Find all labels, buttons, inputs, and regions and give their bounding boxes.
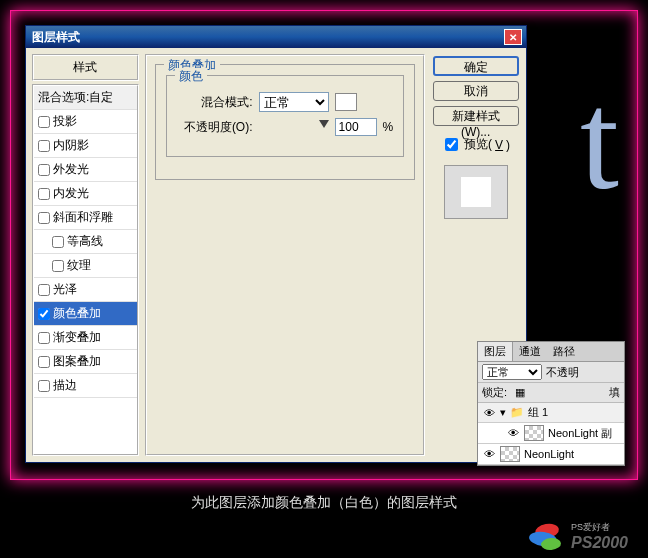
layer-blend-mode-select[interactable]: 正常 <box>482 364 542 380</box>
layer-name[interactable]: NeonLight 副 <box>548 426 620 441</box>
style-item-11[interactable]: 描边 <box>34 374 137 398</box>
opacity-slider[interactable] <box>259 120 329 134</box>
style-label: 图案叠加 <box>53 353 101 370</box>
style-item-8[interactable]: 颜色叠加 <box>34 302 137 326</box>
group-title: 颜色 <box>175 68 207 85</box>
cancel-button[interactable]: 取消 <box>433 81 519 101</box>
logo-small-text: PS爱好者 <box>571 521 628 534</box>
style-checkbox[interactable] <box>38 116 50 128</box>
style-item-6[interactable]: 纹理 <box>34 254 137 278</box>
style-item-4[interactable]: 斜面和浮雕 <box>34 206 137 230</box>
style-label: 等高线 <box>67 233 103 250</box>
style-item-1[interactable]: 内阴影 <box>34 134 137 158</box>
style-checkbox[interactable] <box>38 212 50 224</box>
slider-thumb-icon[interactable] <box>319 120 329 128</box>
tutorial-caption: 为此图层添加颜色叠加（白色）的图层样式 <box>0 494 648 512</box>
dialog-title: 图层样式 <box>32 29 504 46</box>
opacity-unit: % <box>383 120 394 134</box>
layer-item-0[interactable]: 👁▾📁组 1 <box>478 403 624 423</box>
style-checkbox[interactable] <box>52 260 64 272</box>
layer-thumbnail[interactable] <box>524 425 544 441</box>
folder-icon: 📁 <box>510 406 524 419</box>
style-label: 光泽 <box>53 281 77 298</box>
layer-item-1[interactable]: 👁NeonLight 副 <box>478 423 624 444</box>
layer-thumbnail[interactable] <box>500 446 520 462</box>
style-checkbox[interactable] <box>52 236 64 248</box>
style-label: 投影 <box>53 113 77 130</box>
styles-list: 混合选项:自定 投影内阴影外发光内发光斜面和浮雕等高线纹理光泽颜色叠加渐变叠加图… <box>32 84 139 456</box>
logo-text: PS2000 <box>571 534 628 552</box>
style-settings-panel: 颜色叠加 颜色 混合模式: 正常 不透明度(O): <box>145 54 426 456</box>
style-item-10[interactable]: 图案叠加 <box>34 350 137 374</box>
tutorial-frame: t 图层样式 ✕ 样式 混合选项:自定 投影内阴影外发光内发光斜面和浮雕等高线纹… <box>10 10 638 480</box>
opacity-input[interactable] <box>335 118 377 136</box>
styles-header[interactable]: 样式 <box>32 54 139 81</box>
layer-name[interactable]: NeonLight <box>524 448 620 460</box>
layers-panel: 图层 通道 路径 正常 不透明 锁定: ▦ 填 👁▾📁组 1👁NeonLight… <box>477 341 625 466</box>
lock-transparency-icon[interactable]: ▦ <box>515 386 525 399</box>
blend-mode-label: 混合模式: <box>177 94 253 111</box>
blend-mode-select[interactable]: 正常 <box>259 92 329 112</box>
layer-name[interactable]: 组 1 <box>528 405 620 420</box>
style-label: 描边 <box>53 377 77 394</box>
style-item-7[interactable]: 光泽 <box>34 278 137 302</box>
style-checkbox[interactable] <box>38 140 50 152</box>
layer-opacity-label: 不透明 <box>546 365 579 380</box>
style-label: 内发光 <box>53 185 89 202</box>
layer-style-dialog: 图层样式 ✕ 样式 混合选项:自定 投影内阴影外发光内发光斜面和浮雕等高线纹理光… <box>25 25 527 463</box>
canvas-preview-text: t <box>580 71 619 211</box>
lock-label: 锁定: <box>482 385 507 400</box>
close-icon[interactable]: ✕ <box>504 29 522 45</box>
style-label: 纹理 <box>67 257 91 274</box>
style-checkbox[interactable] <box>38 284 50 296</box>
style-checkbox[interactable] <box>38 164 50 176</box>
layers-list: 👁▾📁组 1👁NeonLight 副👁NeonLight <box>478 403 624 465</box>
swirl-icon <box>527 524 567 550</box>
style-checkbox[interactable] <box>38 356 50 368</box>
layer-item-2[interactable]: 👁NeonLight <box>478 444 624 465</box>
style-label: 颜色叠加 <box>53 305 101 322</box>
preview-checkbox-label[interactable]: 预览(V) <box>441 135 510 154</box>
visibility-icon[interactable]: 👁 <box>482 448 496 460</box>
style-item-2[interactable]: 外发光 <box>34 158 137 182</box>
folder-toggle-icon[interactable]: ▾ <box>500 406 506 419</box>
tab-paths[interactable]: 路径 <box>547 342 581 361</box>
tab-layers[interactable]: 图层 <box>478 342 513 361</box>
style-checkbox[interactable] <box>38 380 50 392</box>
ok-button[interactable]: 确定 <box>433 56 519 76</box>
new-style-button[interactable]: 新建样式(W)... <box>433 106 519 126</box>
style-label: 外发光 <box>53 161 89 178</box>
fill-label: 填 <box>609 385 620 400</box>
visibility-icon[interactable]: 👁 <box>482 407 496 419</box>
style-label: 斜面和浮雕 <box>53 209 113 226</box>
style-label: 渐变叠加 <box>53 329 101 346</box>
blending-options-item[interactable]: 混合选项:自定 <box>34 86 137 110</box>
visibility-icon[interactable]: 👁 <box>506 427 520 439</box>
style-checkbox[interactable] <box>38 308 50 320</box>
style-item-5[interactable]: 等高线 <box>34 230 137 254</box>
style-item-0[interactable]: 投影 <box>34 110 137 134</box>
preview-checkbox[interactable] <box>445 138 458 151</box>
preview-swatch <box>444 165 508 219</box>
style-item-9[interactable]: 渐变叠加 <box>34 326 137 350</box>
style-label: 内阴影 <box>53 137 89 154</box>
watermark-logo: PS爱好者 PS2000 <box>527 521 628 552</box>
style-checkbox[interactable] <box>38 332 50 344</box>
style-item-3[interactable]: 内发光 <box>34 182 137 206</box>
style-checkbox[interactable] <box>38 188 50 200</box>
tab-channels[interactable]: 通道 <box>513 342 547 361</box>
dialog-titlebar[interactable]: 图层样式 ✕ <box>26 26 526 48</box>
color-swatch[interactable] <box>335 93 357 111</box>
preview-inner <box>461 177 491 207</box>
opacity-label: 不透明度(O): <box>177 119 253 136</box>
